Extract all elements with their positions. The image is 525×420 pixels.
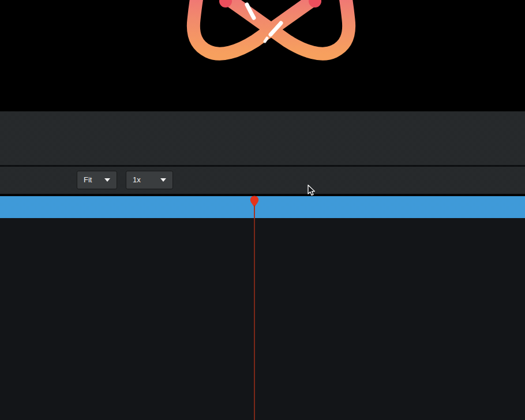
- player-toolbar: Fit 1x: [0, 167, 525, 194]
- highlight-streak-3: [265, 38, 267, 42]
- zoom-fit-select[interactable]: Fit: [77, 171, 117, 189]
- playback-speed-select[interactable]: 1x: [126, 171, 173, 189]
- chevron-down-icon: [160, 178, 166, 182]
- zoom-fit-value: Fit: [84, 171, 92, 189]
- pretzel-animation-shape: [0, 0, 525, 111]
- playback-speed-value: 1x: [133, 171, 141, 189]
- animation-player-window: Fit 1x: [0, 0, 525, 420]
- timeline-track[interactable]: [0, 196, 525, 218]
- playhead-line: [254, 205, 255, 218]
- player-panel: [0, 111, 525, 165]
- playhead-line: [254, 218, 255, 420]
- animation-preview: [0, 0, 525, 111]
- chevron-down-icon: [104, 178, 110, 182]
- timeline-panel: [0, 218, 525, 420]
